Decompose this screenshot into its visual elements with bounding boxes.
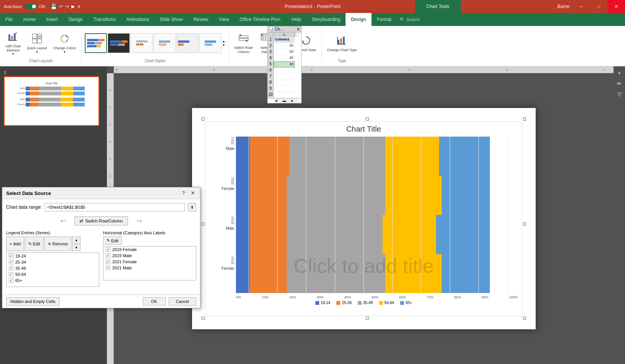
switch-row-col-dialog-btn[interactable]: ⇄ Switch Row/Column: [74, 216, 128, 225]
change-colors-btn[interactable]: Change Colors ▼: [51, 32, 78, 55]
legend-item-25-34[interactable]: ✓ 25-34: [6, 259, 99, 265]
handle-bl[interactable]: [202, 317, 205, 320]
quick-layout-dropdown[interactable]: ▼: [36, 50, 39, 54]
tab-timeline[interactable]: Office Timeline Pro+: [234, 13, 286, 26]
undo-icon[interactable]: ↩: [59, 4, 63, 9]
chart-title[interactable]: Chart Title: [206, 122, 522, 135]
handle-ml[interactable]: [202, 222, 205, 225]
more-icon[interactable]: ∨: [77, 4, 81, 9]
add-chart-element-btn[interactable]: + Add ChartElement ▼: [3, 30, 23, 58]
axis-item-2019-female[interactable]: ✓ 2019 Female: [103, 246, 196, 253]
quick-layout-btn[interactable]: Quick Layout ▼: [25, 32, 50, 55]
tab-transitions[interactable]: Transitions: [88, 13, 121, 26]
nav-next[interactable]: ►: [291, 99, 294, 103]
axis-item-2021-male[interactable]: ✓ 2021 Male: [103, 265, 196, 271]
tab-view[interactable]: View: [214, 13, 234, 26]
cell-3-a[interactable]: 20: [274, 49, 295, 55]
cell-7-a[interactable]: [274, 74, 295, 80]
tab-format[interactable]: Format: [371, 13, 397, 26]
axis-edit-btn[interactable]: ✎ Edit: [103, 237, 122, 245]
legend-item-65plus[interactable]: ✓ 65+: [6, 277, 99, 283]
cell-2-a[interactable]: 20: [274, 43, 295, 49]
data-range-input[interactable]: [45, 203, 185, 211]
tab-storyboarding[interactable]: Storyboarding: [306, 13, 346, 26]
check-35-49[interactable]: ✓: [9, 266, 13, 271]
hidden-cells-btn[interactable]: Hidden and Empty Cells: [6, 297, 60, 306]
legend-item-18-24[interactable]: ✓ 18-24: [6, 253, 99, 259]
chart-style-4[interactable]: [153, 33, 176, 53]
slide-thumbnail[interactable]: Chart Title Male Female: [4, 76, 99, 126]
axis-list[interactable]: ✓ 2019 Female ✓ 2019 Male ✓ 2021 Female: [103, 246, 196, 280]
dialog-help-btn[interactable]: ?: [180, 190, 187, 196]
check-18-24[interactable]: ✓: [9, 254, 13, 258]
check-2021-male[interactable]: ✓: [106, 266, 110, 270]
filter-tool[interactable]: ▽: [614, 89, 624, 99]
chart-style-5[interactable]: [176, 33, 199, 53]
tab-animations[interactable]: Animations: [121, 13, 154, 26]
chart-style-2[interactable]: [108, 33, 130, 53]
handle-tl[interactable]: [202, 118, 205, 121]
scrollbar-track[interactable]: [295, 32, 299, 37]
redo-icon[interactable]: ↪: [65, 4, 69, 9]
cell-4-a[interactable]: 20: [274, 55, 295, 61]
check-25-34[interactable]: ✓: [9, 260, 13, 264]
spreadsheet-close[interactable]: ✕: [297, 27, 300, 31]
handle-tr[interactable]: [523, 118, 526, 121]
tab-design-chart[interactable]: Design: [346, 13, 371, 26]
chart-styles-scroll[interactable]: ▲ ▼: [222, 40, 225, 47]
tab-insert[interactable]: Insert: [41, 13, 63, 26]
legend-remove-btn[interactable]: ✕ Remove: [44, 237, 71, 251]
legend-list[interactable]: ✓ 18-24 ✓ 25-34 ✓ 35-49 ✓: [6, 253, 99, 287]
axis-item-2021-female[interactable]: ✓ 2021 Female: [103, 259, 196, 265]
change-chart-type-btn[interactable]: Change Chart Type: [325, 34, 359, 54]
move-down-btn[interactable]: ▼: [72, 244, 81, 251]
present-icon[interactable]: ▶: [71, 4, 75, 9]
tab-file[interactable]: File: [0, 13, 18, 26]
handle-tm[interactable]: [366, 118, 369, 121]
restore-btn[interactable]: □: [590, 0, 607, 13]
legend-add-btn[interactable]: + Add: [6, 237, 24, 251]
tab-slideshow[interactable]: Slide Show: [154, 13, 188, 26]
cell-9-a[interactable]: [274, 86, 295, 92]
chart-style-3[interactable]: [131, 33, 153, 53]
chart-style-6[interactable]: [199, 33, 221, 53]
cancel-btn[interactable]: Cancel: [169, 297, 196, 306]
cell-10-a[interactable]: [274, 92, 295, 98]
legend-item-50-64[interactable]: ✓ 50-64: [6, 271, 99, 277]
chart-area[interactable]: Chart Title 2021 Male 2021 Female: [205, 121, 522, 316]
add-chart-dropdown[interactable]: ▼: [11, 52, 15, 56]
zoom-in-tool[interactable]: +: [614, 68, 624, 78]
save-icon[interactable]: 💾: [50, 3, 57, 10]
handle-mr[interactable]: [523, 222, 526, 225]
dialog-close-btn[interactable]: ✕: [189, 190, 196, 196]
tab-review[interactable]: Review: [188, 13, 213, 26]
cell-5-a[interactable]: 20: [274, 61, 295, 68]
ok-btn[interactable]: OK: [143, 297, 166, 306]
legend-item-35-49[interactable]: ✓ 35-49: [6, 265, 99, 271]
autosave-toggle[interactable]: [24, 4, 37, 9]
slide-canvas[interactable]: Chart Title 2021 Male 2021 Female: [192, 108, 536, 329]
nav-mid[interactable]: ▬: [283, 99, 286, 103]
check-2019-female[interactable]: ✓: [106, 247, 110, 252]
spreadsheet-popup[interactable]: 📊 Ch... ✕ A 1 Column1 2 20 3 20 4 20 5 2…: [267, 26, 302, 103]
cell-1-a[interactable]: Column1: [274, 37, 295, 43]
pen-tool[interactable]: ✏: [614, 79, 624, 89]
axis-item-2019-male[interactable]: ✓ 2019 Male: [103, 253, 196, 259]
range-picker-btn[interactable]: ⬆: [188, 203, 196, 211]
chart-style-1[interactable]: [85, 33, 107, 53]
tab-home[interactable]: Home: [18, 13, 41, 26]
handle-br[interactable]: [523, 317, 526, 320]
change-colors-dropdown[interactable]: ▼: [63, 50, 66, 54]
check-2021-female[interactable]: ✓: [106, 259, 110, 264]
minimize-btn[interactable]: ─: [572, 0, 590, 13]
tab-design-ppt[interactable]: Design: [63, 13, 88, 26]
cell-8-a[interactable]: [274, 80, 295, 86]
nav-prev[interactable]: ◄: [275, 99, 278, 103]
check-50-64[interactable]: ✓: [9, 272, 13, 277]
handle-bm[interactable]: [366, 317, 369, 320]
tab-help[interactable]: Help: [286, 13, 307, 26]
move-up-btn[interactable]: ▲: [72, 237, 81, 243]
cell-6-a[interactable]: [274, 68, 295, 74]
search-box-area[interactable]: 🔍 Search: [397, 13, 625, 26]
legend-edit-btn[interactable]: ✎ Edit: [25, 237, 44, 251]
